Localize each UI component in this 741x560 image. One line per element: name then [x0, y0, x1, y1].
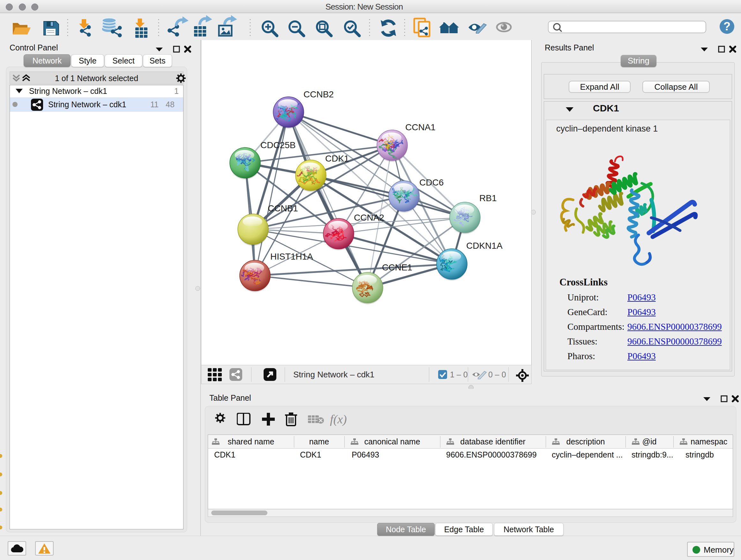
svg-text:CDC6: CDC6	[419, 178, 444, 187]
svg-text:CCNB1: CCNB1	[268, 203, 298, 213]
svg-text:CCNE1: CCNE1	[382, 262, 412, 272]
svg-text:HIST1H1A: HIST1H1A	[270, 252, 313, 261]
svg-text:CCNB2: CCNB2	[304, 89, 334, 99]
svg-text:CDC25B: CDC25B	[260, 140, 295, 150]
svg-text:RB1: RB1	[479, 193, 496, 203]
svg-text:CCNA2: CCNA2	[354, 212, 384, 223]
svg-text:CDKN1A: CDKN1A	[466, 241, 502, 251]
svg-text:CDK1: CDK1	[325, 153, 349, 164]
svg-text:CCNA1: CCNA1	[405, 122, 435, 132]
svg-text:?: ?	[724, 20, 731, 33]
